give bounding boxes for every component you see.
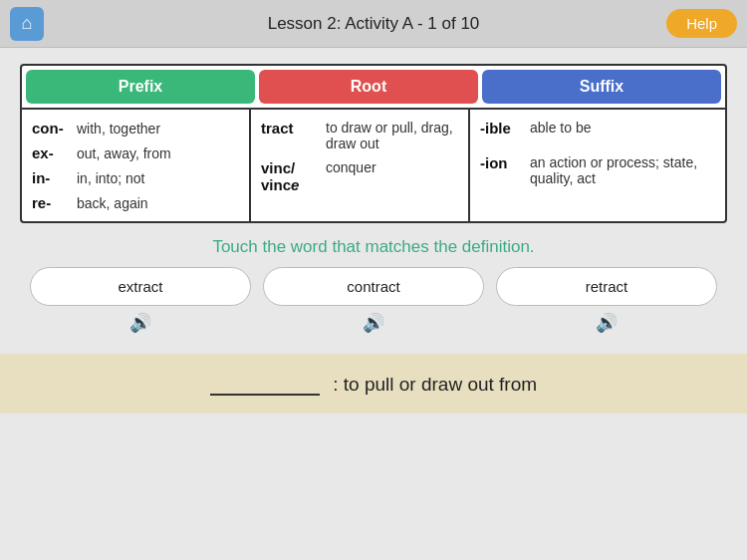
root-def: conquer [326, 159, 376, 175]
root-header: Root [259, 70, 478, 104]
definition-colon: : [333, 374, 344, 395]
list-item: tract to draw or pull, drag, draw out [251, 116, 468, 155]
root-term: tract [261, 120, 326, 137]
instruction-text: Touch the word that matches the definiti… [20, 223, 727, 267]
root-def: to draw or pull, drag, draw out [326, 120, 458, 151]
sound-button-extract[interactable]: 🔊 [30, 312, 251, 334]
prefix-term: re- [32, 194, 77, 211]
prefix-term: ex- [32, 144, 77, 161]
main-content: Prefix Root Suffix con- with, together e… [0, 48, 747, 350]
suffix-column: -ible able to be -ion an action or proce… [470, 110, 725, 221]
root-term: vinc/vince [261, 159, 326, 193]
list-item: re- back, again [22, 190, 249, 215]
sound-icons-row: 🔊 🔊 🔊 [20, 306, 727, 340]
home-icon: ⌂ [22, 13, 33, 34]
word-button-extract[interactable]: extract [30, 267, 251, 306]
prefix-term: con- [32, 120, 77, 137]
header: ⌂ Lesson 2: Activity A - 1 of 10 Help [0, 0, 747, 48]
table-headers: Prefix Root Suffix [22, 66, 725, 108]
prefix-header: Prefix [26, 70, 255, 104]
suffix-def: an action or process; state, quality, ac… [530, 154, 715, 186]
sound-button-contract[interactable]: 🔊 [263, 312, 484, 334]
prefix-column: con- with, together ex- out, away, from … [22, 110, 251, 221]
word-button-contract[interactable]: contract [263, 267, 484, 306]
list-item: con- with, together [22, 116, 249, 140]
list-item: -ible able to be [470, 116, 725, 140]
prefix-def: with, together [77, 121, 160, 137]
table-body: con- with, together ex- out, away, from … [22, 108, 725, 221]
suffix-header: Suffix [482, 70, 721, 104]
list-item: ex- out, away, from [22, 140, 249, 165]
list-item: -ion an action or process; state, qualit… [470, 150, 725, 190]
definition-section: : to pull or draw out from [0, 354, 747, 414]
suffix-term: -ible [480, 120, 530, 137]
home-button[interactable]: ⌂ [10, 7, 44, 41]
word-buttons-row: extract contract retract [20, 267, 727, 306]
header-title: Lesson 2: Activity A - 1 of 10 [268, 14, 480, 34]
word-button-retract[interactable]: retract [496, 267, 717, 306]
root-column: tract to draw or pull, drag, draw out vi… [251, 110, 470, 221]
prefix-def: back, again [77, 195, 148, 211]
prefix-term: in- [32, 169, 77, 186]
prefix-def: out, away, from [77, 145, 171, 161]
help-button[interactable]: Help [666, 9, 737, 38]
word-table: Prefix Root Suffix con- with, together e… [20, 64, 727, 223]
list-item: vinc/vince conquer [251, 155, 468, 197]
suffix-term: -ion [480, 154, 530, 171]
sound-button-retract[interactable]: 🔊 [496, 312, 717, 334]
answer-blank [210, 372, 320, 396]
list-item: in- in, into; not [22, 165, 249, 190]
definition-text: to pull or draw out from [344, 374, 537, 395]
suffix-def: able to be [530, 120, 592, 136]
prefix-def: in, into; not [77, 170, 145, 186]
